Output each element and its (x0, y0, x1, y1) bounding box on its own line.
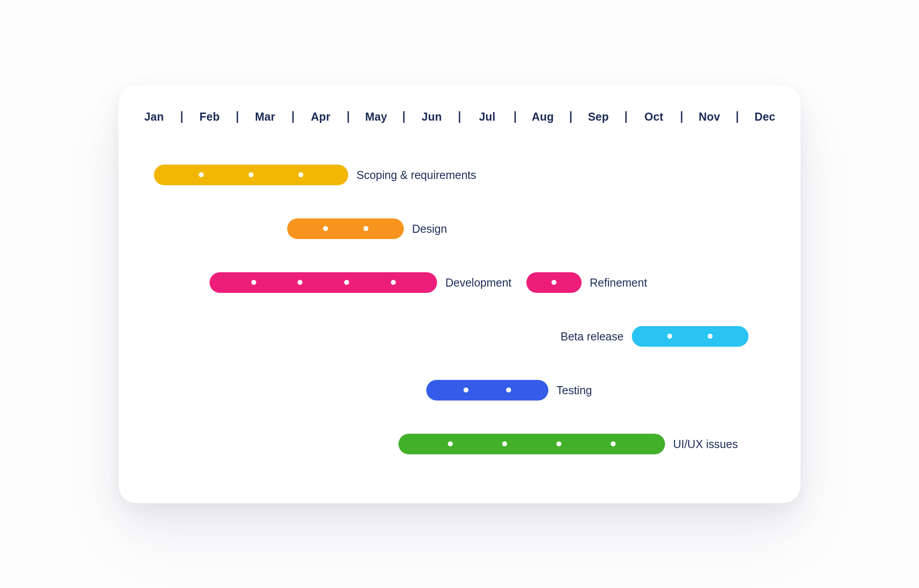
gantt-bar-label: Beta release (560, 330, 623, 343)
month-separator (236, 111, 238, 123)
month-separator (459, 111, 460, 123)
gantt-bar[interactable] (210, 272, 437, 293)
gantt-row: DevelopmentRefinement (140, 256, 779, 309)
month-label: Sep (588, 110, 608, 123)
month-separator (626, 111, 627, 123)
gantt-bar-label: Design (412, 222, 447, 235)
month-separator (736, 111, 738, 123)
month-label: Mar (255, 110, 275, 123)
month-separator (181, 111, 183, 123)
gantt-bar-dot (448, 441, 453, 446)
gantt-bar[interactable] (526, 272, 582, 293)
month-label: Oct (644, 110, 663, 123)
month-separator (292, 111, 293, 123)
gantt-bar-label: Development (445, 276, 511, 289)
gantt-bar-dot (344, 280, 349, 285)
gantt-bar-dot (251, 280, 256, 285)
gantt-card: JanFebMarAprMayJunJulAugSepOctNovDec Sco… (118, 85, 801, 503)
month-separator (570, 111, 571, 123)
month-label: Aug (532, 110, 554, 123)
gantt-bar-dot (611, 441, 616, 446)
month-separator (403, 111, 405, 123)
gantt-bar-label: Refinement (590, 276, 647, 289)
gantt-bar-dot (298, 280, 302, 285)
month-label: Apr (311, 110, 331, 123)
gantt-bar-dot (391, 280, 396, 285)
month-axis: JanFebMarAprMayJunJulAugSepOctNovDec (140, 110, 779, 130)
gantt-bar-dot (298, 172, 303, 177)
month-label: May (365, 110, 387, 123)
gantt-bar[interactable] (426, 380, 548, 401)
gantt-bar-label: UI/UX issues (673, 437, 738, 450)
gantt-bar-dot (551, 280, 556, 285)
gantt-bar-label: Testing (556, 383, 592, 396)
gantt-bar[interactable] (154, 165, 348, 185)
gantt-bar-dot (323, 226, 328, 231)
gantt-row: Beta release (140, 309, 779, 363)
gantt-row: Design (140, 202, 779, 256)
gantt-bar-dot (464, 388, 468, 392)
month-label: Dec (754, 110, 775, 123)
gantt-bar[interactable] (398, 434, 665, 454)
gantt-bar-dot (363, 226, 368, 231)
gantt-bar-dot (556, 441, 561, 446)
gantt-bar-dot (249, 172, 254, 177)
gantt-bar-label: Scoping & requirements (356, 168, 476, 181)
gantt-row: Scoping & requirements (140, 148, 779, 202)
gantt-bar-dot (502, 441, 507, 446)
gantt-bar-dot (199, 172, 204, 177)
gantt-bar[interactable] (632, 326, 748, 347)
month-label: Jul (479, 110, 496, 123)
month-separator (348, 111, 349, 123)
month-separator (514, 111, 516, 123)
gantt-row: Testing (140, 363, 779, 417)
gantt-rows: Scoping & requirementsDesignDevelopmentR… (140, 148, 779, 471)
gantt-row: UI/UX issues (140, 417, 779, 471)
month-separator (681, 111, 683, 123)
gantt-bar-dot (667, 334, 672, 339)
gantt-bar-dot (506, 388, 511, 392)
month-label: Nov (699, 110, 720, 123)
gantt-bar[interactable] (287, 218, 404, 239)
gantt-bar-dot (708, 334, 713, 339)
month-label: Jun (422, 110, 442, 123)
gantt-timeline: JanFebMarAprMayJunJulAugSepOctNovDec Sco… (140, 110, 779, 471)
month-label: Feb (200, 110, 220, 123)
month-label: Jan (144, 110, 164, 123)
